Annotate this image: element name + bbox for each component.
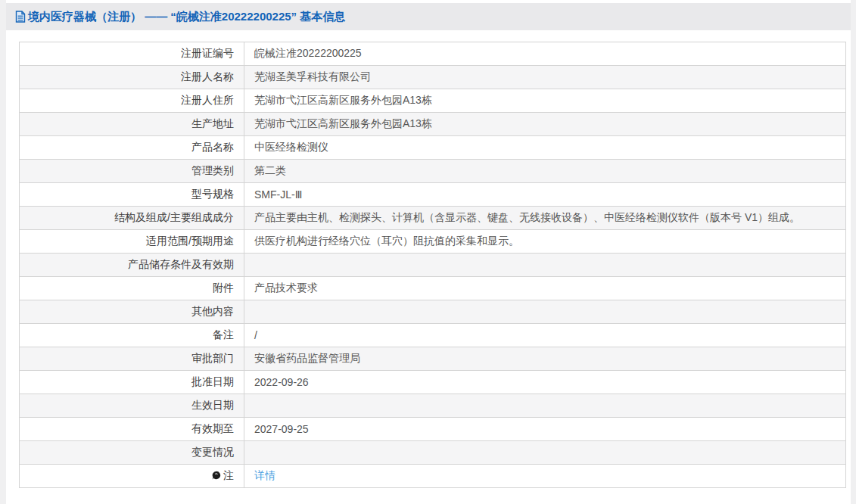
row-label: 产品储存条件及有效期 bbox=[20, 254, 244, 277]
row-value: 皖械注准20222200225 bbox=[244, 42, 846, 66]
row-label: 生产地址 bbox=[20, 113, 244, 136]
row-label: 产品名称 bbox=[20, 136, 244, 160]
row-label: 适用范围/预期用途 bbox=[20, 230, 244, 254]
table-row: 生产地址芜湖市弋江区高新区服务外包园A13栋 bbox=[20, 113, 846, 136]
table-row: 型号规格SMF-JL-Ⅲ bbox=[20, 183, 846, 207]
table-row: 注册证编号皖械注准20222200225 bbox=[20, 42, 846, 66]
row-value: 详情 bbox=[244, 465, 846, 488]
row-value bbox=[244, 300, 846, 324]
table-row: 附件产品技术要求 bbox=[20, 277, 846, 300]
row-value: 安徽省药品监督管理局 bbox=[244, 347, 846, 371]
row-label: 型号规格 bbox=[20, 183, 244, 207]
row-label: 批准日期 bbox=[20, 371, 244, 394]
row-value bbox=[244, 254, 846, 277]
row-value: 芜湖市弋江区高新区服务外包园A13栋 bbox=[244, 113, 846, 136]
row-label: 注册人住所 bbox=[20, 89, 244, 113]
row-value: 2027-09-25 bbox=[244, 418, 846, 441]
row-value: 供医疗机构进行经络穴位（耳穴）阻抗值的采集和显示。 bbox=[244, 230, 846, 254]
table-row: 审批部门安徽省药品监督管理局 bbox=[20, 347, 846, 371]
table-row: 产品名称中医经络检测仪 bbox=[20, 136, 846, 160]
row-value bbox=[244, 441, 846, 465]
table-row: 生效日期 bbox=[20, 394, 846, 418]
page: 境内医疗器械（注册） —— “皖械注准20222200225” 基本信息 注册证… bbox=[0, 0, 856, 504]
row-label: 审批部门 bbox=[20, 347, 244, 371]
row-label: 生效日期 bbox=[20, 394, 244, 418]
row-value bbox=[244, 394, 846, 418]
document-icon bbox=[15, 11, 26, 23]
table-row: 注册人名称芜湖圣美孚科技有限公司 bbox=[20, 66, 846, 89]
row-label: 有效期至 bbox=[20, 418, 244, 441]
info-table-body: 注册证编号皖械注准20222200225注册人名称芜湖圣美孚科技有限公司注册人住… bbox=[20, 42, 846, 488]
row-label: 其他内容 bbox=[20, 300, 244, 324]
row-value: SMF-JL-Ⅲ bbox=[244, 183, 846, 207]
row-label: 注册人名称 bbox=[20, 66, 244, 89]
row-label: 注 bbox=[20, 465, 244, 488]
table-row: 变更情况 bbox=[20, 441, 846, 465]
table-row: 注册人住所芜湖市弋江区高新区服务外包园A13栋 bbox=[20, 89, 846, 113]
row-value: 产品主要由主机、检测探头、计算机（含显示器、键盘、无线接收设备）、中医经络检测仪… bbox=[244, 207, 846, 230]
row-value: 芜湖圣美孚科技有限公司 bbox=[244, 66, 846, 89]
row-value: 第二类 bbox=[244, 160, 846, 183]
row-value: 中医经络检测仪 bbox=[244, 136, 846, 160]
table-row: 备注/ bbox=[20, 324, 846, 347]
row-label: 管理类别 bbox=[20, 160, 244, 183]
table-row: 管理类别第二类 bbox=[20, 160, 846, 183]
row-label: 附件 bbox=[20, 277, 244, 300]
table-row: 适用范围/预期用途供医疗机构进行经络穴位（耳穴）阻抗值的采集和显示。 bbox=[20, 230, 846, 254]
table-row: 批准日期2022-09-26 bbox=[20, 371, 846, 394]
row-value: 芜湖市弋江区高新区服务外包园A13栋 bbox=[244, 89, 846, 113]
detail-link[interactable]: 详情 bbox=[254, 469, 275, 481]
page-title: 境内医疗器械（注册） —— “皖械注准20222200225” 基本信息 bbox=[28, 10, 345, 24]
row-label: 结构及组成/主要组成成分 bbox=[20, 207, 244, 230]
row-value: 产品技术要求 bbox=[244, 277, 846, 300]
table-row: 有效期至2027-09-25 bbox=[20, 418, 846, 441]
row-label: 备注 bbox=[20, 324, 244, 347]
row-label: 注册证编号 bbox=[20, 42, 244, 66]
comment-icon bbox=[212, 471, 221, 480]
table-row: 结构及组成/主要组成成分产品主要由主机、检测探头、计算机（含显示器、键盘、无线接… bbox=[20, 207, 846, 230]
table-row: 其他内容 bbox=[20, 300, 846, 324]
row-label: 变更情况 bbox=[20, 441, 244, 465]
table-row: 注详情 bbox=[20, 465, 846, 488]
page-header: 境内医疗器械（注册） —— “皖械注准20222200225” 基本信息 bbox=[6, 3, 851, 30]
table-row: 产品储存条件及有效期 bbox=[20, 254, 846, 277]
registration-info-table: 注册证编号皖械注准20222200225注册人名称芜湖圣美孚科技有限公司注册人住… bbox=[19, 42, 846, 488]
row-value: 2022-09-26 bbox=[244, 371, 846, 394]
content-panel: 境内医疗器械（注册） —— “皖械注准20222200225” 基本信息 注册证… bbox=[6, 0, 851, 504]
row-value: / bbox=[244, 324, 846, 347]
